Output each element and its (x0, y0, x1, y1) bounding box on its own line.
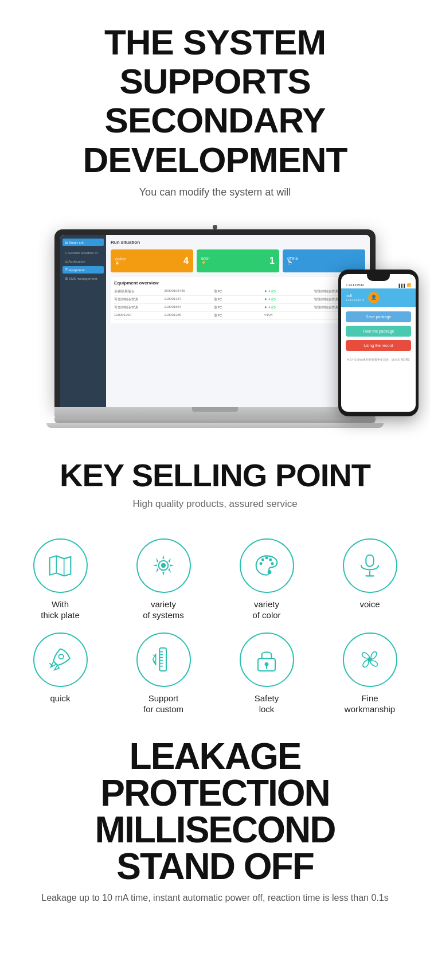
icon-circle-gear (136, 538, 191, 593)
stat-card-error: error⚡1 (197, 249, 279, 272)
svg-point-7 (271, 562, 274, 565)
selling-section: KEY SELLING POINT High quality products,… (0, 434, 430, 521)
svg-rect-9 (366, 555, 373, 567)
leakage-title: LEAKAGE PROTECTIONMILLISECONDSTAND OFF (11, 738, 419, 885)
screen-sidebar: ☰ Smart ark ≡ General situation of ☰ App… (60, 235, 106, 407)
feature-label-voice: voice (359, 599, 380, 610)
feature-custom: Supportfor custom (115, 632, 212, 715)
table-title: Equipment overview (114, 280, 362, 286)
palette-icon (252, 551, 281, 580)
hero-title: THE SYSTEM SUPPORTS SECONDARY DEVELOPMEN… (17, 23, 413, 179)
chat-sub: 11122342 ✔ (346, 298, 365, 302)
feature-voice: voice (321, 538, 419, 621)
fan-icon (355, 645, 384, 674)
svg-point-12 (59, 654, 64, 659)
feature-label-systems: varietyof systems (143, 599, 184, 621)
svg-point-5 (265, 556, 268, 559)
screen-main: Run situation online🖥4 error⚡1 offline📡 (106, 235, 370, 407)
avatar: 👤 (368, 292, 380, 303)
svg-point-4 (261, 559, 264, 561)
menu-sms: ☰ SMS management (62, 275, 104, 282)
stat-card-online: online🖥4 (111, 249, 193, 272)
laptop-stand (54, 417, 376, 423)
icon-circle-rocket (33, 632, 88, 687)
phone-mockup: < 91122542 ▌▌▌ 📶 null 11122342 ✔ 👤 Save … (338, 270, 419, 416)
lock-icon (252, 645, 281, 674)
back-button[interactable]: < 91122542 (346, 283, 364, 287)
menu-general: ≡ General situation of (62, 249, 104, 256)
stat-cards: online🖥4 error⚡1 offline📡 (111, 249, 365, 272)
phone-top-bar: < 91122542 ▌▌▌ 📶 (341, 281, 416, 288)
feature-label-color: varietyof color (252, 599, 280, 621)
phone-small-text: 共1个记录如果您想查看更多记录，请点击 MORE (341, 356, 416, 364)
gear-icon (149, 551, 178, 580)
menu-equipment[interactable]: ☰ equipment (62, 266, 104, 274)
icon-circle-map (33, 538, 88, 593)
table-row: 全鳗照展编台20000104446取FC▶ 4次5智能控制业空调 > (114, 288, 362, 296)
features-grid: Withthick plate varietyof systems (0, 521, 430, 721)
table-row: 可觉控制业空调110001187取FC▶ 4次5智能控制业空调 > (114, 296, 362, 304)
selling-subtitle: High quality products, assured service (11, 498, 419, 510)
laptop-screen: ☰ Smart ark ≡ General situation of ☰ App… (60, 235, 370, 407)
feature-label-quick: quick (50, 693, 70, 704)
phone-screen: < 91122542 ▌▌▌ 📶 null 11122342 ✔ 👤 Save … (341, 274, 416, 412)
signal-icons: ▌▌▌ 📶 (399, 283, 411, 287)
feature-quick: quick (11, 632, 109, 715)
feature-systems: varietyof systems (115, 538, 212, 621)
svg-point-6 (269, 559, 272, 561)
table-row: 110001290110001280取FC44/24 (114, 312, 362, 320)
feature-color: varietyof color (218, 538, 315, 621)
take-package-btn[interactable]: Take the package (346, 326, 411, 337)
feature-label-custom: Supportfor custom (143, 693, 183, 715)
menu-application: ☰ Application (62, 257, 104, 265)
svg-point-8 (268, 571, 272, 575)
stat-card-offline: offline📡 (283, 249, 365, 272)
feature-workmanship: Fineworkmanship (321, 632, 419, 715)
icon-circle-lock (240, 632, 294, 687)
icon-circle-fan (343, 632, 397, 687)
save-package-btn[interactable]: Save package (346, 311, 411, 322)
equipment-table: Equipment overview 全鳗照展编台20000104446取FC▶… (111, 277, 365, 323)
feature-label-thick-plate: Withthick plate (41, 599, 80, 621)
laptop-foot (46, 423, 384, 428)
icon-circle-ruler (136, 632, 191, 687)
phone-chat-header: null 11122342 ✔ 👤 (341, 288, 416, 307)
device-area: ☰ Smart ark ≡ General situation of ☰ App… (0, 210, 430, 434)
hero-subtitle: You can modify the system at will (17, 186, 413, 198)
hero-section: THE SYSTEM SUPPORTS SECONDARY DEVELOPMEN… (0, 0, 430, 210)
laptop-mockup: ☰ Smart ark ≡ General situation of ☰ App… (54, 221, 376, 428)
icon-circle-mic (343, 538, 397, 593)
leakage-subtitle: Leakage up to 10 mA time, instant automa… (11, 891, 419, 905)
mic-icon (355, 551, 384, 580)
laptop-base (54, 407, 376, 417)
map-icon (46, 551, 75, 580)
icon-circle-palette (240, 538, 294, 593)
rocket-icon (46, 645, 75, 674)
leakage-section: LEAKAGE PROTECTIONMILLISECONDSTAND OFF L… (0, 721, 430, 917)
svg-point-3 (260, 562, 263, 565)
sidebar-logo: ☰ Smart ark (62, 239, 104, 246)
feature-label-workmanship: Fineworkmanship (345, 693, 395, 715)
feature-label-lock: Safetylock (255, 693, 279, 715)
feature-thick-plate: Withthick plate (11, 538, 109, 621)
feature-lock: Safetylock (218, 632, 315, 715)
ruler-icon (149, 645, 178, 674)
table-row: 可觉控制业空调110001564取FC▶ 4次5智能控制业空调 > (114, 304, 362, 312)
phone-notch (367, 274, 390, 281)
chat-name: null (346, 294, 365, 298)
run-situation-title: Run situation (111, 240, 365, 245)
using-record-btn[interactable]: Using the record (346, 340, 411, 351)
selling-title: KEY SELLING POINT (11, 456, 419, 494)
phone-buttons: Save package Take the package Using the … (341, 307, 416, 356)
